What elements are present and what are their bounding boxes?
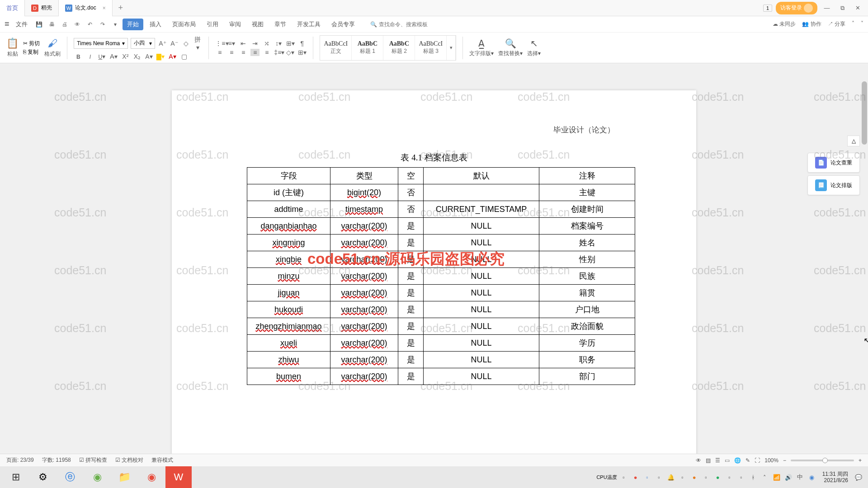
minimize-icon[interactable]: — <box>821 5 833 11</box>
search-input[interactable] <box>379 21 442 28</box>
size-select[interactable]: 小四▾ <box>131 38 155 49</box>
task-ie[interactable]: ⓔ <box>57 466 83 488</box>
text-effect-icon[interactable]: A▾ <box>144 53 153 60</box>
plagiarism-check-button[interactable]: 📄论文查重 <box>807 153 860 173</box>
pen-icon[interactable]: ✎ <box>745 457 750 464</box>
reading-view-icon[interactable]: ▭ <box>725 457 730 464</box>
strike-icon[interactable]: A̶▾ <box>109 53 118 60</box>
dropdown-icon[interactable]: ▾ <box>110 19 121 30</box>
menu-pagelayout[interactable]: 页面布局 <box>168 19 200 30</box>
phonetic-icon[interactable]: 拼▾ <box>193 36 202 51</box>
underline-icon[interactable]: U▾ <box>97 53 106 60</box>
zoom-value[interactable]: 100% <box>764 457 778 464</box>
volume-icon[interactable]: 🔊 <box>783 472 793 482</box>
chevron-down-icon[interactable]: ˅ <box>861 20 863 28</box>
preview-icon[interactable]: 👁 <box>72 19 83 30</box>
start-button[interactable]: ⊞ <box>3 466 29 488</box>
decrease-indent-icon[interactable]: ⇤ <box>239 40 248 47</box>
share-button[interactable]: ↗ 分享 <box>828 20 845 28</box>
find-replace-button[interactable]: 🔍查找替换▾ <box>498 38 523 57</box>
format-painter[interactable]: 🖌格式刷 <box>44 38 61 58</box>
tray-icon[interactable]: ▫ <box>701 472 711 482</box>
tray-notification-icon[interactable]: 🔔 <box>666 472 676 482</box>
bullets-icon[interactable]: ⋮≡▾ <box>215 40 224 47</box>
alignment-icon[interactable]: ↕▾ <box>274 40 283 47</box>
maximize-icon[interactable]: ⧉ <box>836 5 848 12</box>
command-search[interactable]: 🔍 <box>370 21 442 28</box>
grow-font-icon[interactable]: A⁺ <box>158 40 167 47</box>
tab-home[interactable]: 首页 <box>0 0 25 16</box>
style-h2[interactable]: AaBbC标题 2 <box>383 36 415 60</box>
align-left-icon[interactable]: ≡ <box>215 49 224 56</box>
style-h1[interactable]: AaBbC标题 1 <box>352 36 383 60</box>
panel-toggle-icon[interactable]: △ <box>847 136 860 146</box>
task-edge[interactable]: ◉ <box>84 466 110 488</box>
save-icon[interactable]: 💾 <box>34 19 45 30</box>
tray-icon[interactable]: ● <box>689 472 699 482</box>
file-menu[interactable]: 文件 <box>11 19 32 30</box>
borders-icon[interactable]: ⊞▾ <box>297 49 307 56</box>
print-icon[interactable]: 🖨 <box>59 19 70 30</box>
menu-start[interactable]: 开始 <box>123 19 143 30</box>
align-center-icon[interactable]: ≡ <box>227 49 236 56</box>
increase-indent-icon[interactable]: ⇥ <box>250 40 259 47</box>
show-marks-icon[interactable]: ¶ <box>297 40 307 47</box>
style-more[interactable]: ▾ <box>447 36 456 60</box>
align-justify-icon[interactable]: ≡ <box>250 49 259 56</box>
page-view-icon[interactable]: ▤ <box>706 457 711 464</box>
page[interactable]: 毕业设计（论文） 表 4.1 档案信息表 字段类型空默认注释id (主键)big… <box>172 90 696 466</box>
page-indicator[interactable]: 页面: 23/39 <box>6 456 34 464</box>
tabs-icon[interactable]: ⊞▾ <box>286 40 295 47</box>
undo-icon[interactable]: ↶ <box>85 19 95 30</box>
tray-icon[interactable]: ◉ <box>807 472 817 482</box>
select-button[interactable]: ↖选择▾ <box>527 38 541 57</box>
line-spacing-icon[interactable]: ‡≡▾ <box>274 49 283 56</box>
menu-references[interactable]: 引用 <box>202 19 223 30</box>
login-button[interactable]: 访客登录 <box>776 2 817 14</box>
zoom-slider[interactable] <box>791 460 854 461</box>
tray-icon[interactable]: ▫ <box>619 472 629 482</box>
menu-review[interactable]: 审阅 <box>225 19 245 30</box>
shrink-font-icon[interactable]: A⁻ <box>170 40 179 47</box>
paste-button[interactable]: 📋粘贴 <box>6 38 19 58</box>
task-app-2[interactable]: ◉ <box>138 466 165 488</box>
style-gallery[interactable]: AaBbCcI正文 AaBbC标题 1 AaBbC标题 2 AaBbCcI标题 … <box>320 35 456 61</box>
tray-icon[interactable]: ● <box>713 472 723 482</box>
menu-member[interactable]: 会员专享 <box>327 19 359 30</box>
tray-icon[interactable]: ▫ <box>642 472 652 482</box>
tray-icon[interactable]: ▫ <box>736 472 746 482</box>
zoom-in-icon[interactable]: + <box>859 457 862 464</box>
menu-view[interactable]: 视图 <box>247 19 268 30</box>
text-layout-button[interactable]: A̲文字排版▾ <box>469 38 494 57</box>
subscript-icon[interactable]: X₂ <box>132 53 142 60</box>
style-h3[interactable]: AaBbCcI标题 3 <box>415 36 447 60</box>
temp-indicator[interactable]: CPU温度 <box>596 474 617 481</box>
italic-icon[interactable]: I <box>85 53 94 60</box>
tab-daoke[interactable]: D稻壳 <box>25 0 59 16</box>
tab-add[interactable]: + <box>113 3 129 13</box>
font-color-icon[interactable]: A▾ <box>168 53 177 60</box>
tray-icon[interactable]: ● <box>631 472 641 482</box>
outline-view-icon[interactable]: ☰ <box>715 457 720 464</box>
superscript-icon[interactable]: X² <box>121 53 130 60</box>
ime-icon[interactable]: 中 <box>795 472 805 482</box>
clock[interactable]: 11:31 周四2021/8/26 <box>819 471 852 483</box>
task-wps[interactable]: W <box>165 466 192 488</box>
tray-chevron-icon[interactable]: ˄ <box>760 472 770 482</box>
chevron-up-icon[interactable]: ˄ <box>852 20 854 28</box>
scroll-thumb[interactable] <box>862 81 867 145</box>
menu-devtools[interactable]: 开发工具 <box>292 19 325 30</box>
copy-button[interactable]: ⎘ 复制 <box>23 48 40 56</box>
shading-icon[interactable]: ◇▾ <box>286 49 295 56</box>
bluetooth-icon[interactable]: ᚼ <box>748 472 758 482</box>
spell-check[interactable]: ☑ 拼写检查 <box>79 456 107 464</box>
collab-button[interactable]: 👥 协作 <box>802 20 821 28</box>
tray-icon[interactable]: ▫ <box>725 472 735 482</box>
web-view-icon[interactable]: 🌐 <box>734 457 741 464</box>
data-table[interactable]: 字段类型空默认注释id (主键)bigint(20)否主键addtimetime… <box>247 167 635 385</box>
zoom-out-icon[interactable]: − <box>783 457 786 464</box>
cut-button[interactable]: ✂ 剪切 <box>23 40 40 47</box>
highlight-icon[interactable]: ▇▾ <box>156 53 165 60</box>
tray-icon[interactable]: ▫ <box>654 472 664 482</box>
style-normal[interactable]: AaBbCcI正文 <box>320 36 352 60</box>
